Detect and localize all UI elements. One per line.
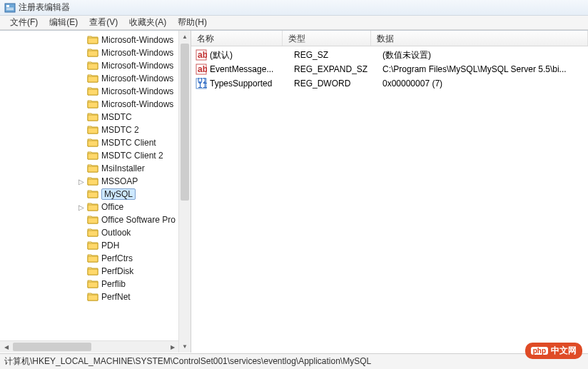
- tree-item-label: Perflib: [101, 279, 126, 289]
- svg-text:110: 110: [198, 80, 207, 89]
- list-row[interactable]: abEventMessage...REG_EXPAND_SZC:\Program…: [191, 62, 588, 76]
- tree-item[interactable]: MSDTC: [0, 111, 191, 123]
- titlebar: 注册表编辑器: [0, 0, 588, 16]
- tree-item[interactable]: PerfDisk: [0, 265, 191, 278]
- folder-icon: [87, 176, 98, 186]
- cell-name: TypesSupported: [210, 79, 294, 89]
- folder-icon: [87, 86, 98, 96]
- list-pane: 名称 类型 数据 ab(默认)REG_SZ(数值未设置)abEventMessa…: [191, 31, 588, 353]
- scroll-thumb[interactable]: [181, 44, 189, 201]
- menu-edit[interactable]: 编辑(E): [44, 15, 83, 30]
- expander-icon[interactable]: ▷: [77, 203, 86, 211]
- expander-icon[interactable]: ▷: [77, 178, 86, 186]
- tree-item[interactable]: ▷Office: [0, 201, 191, 213]
- window-title: 注册表编辑器: [19, 1, 70, 14]
- content-area: Microsoft-WindowsMicrosoft-WindowsMicros…: [0, 30, 588, 353]
- list-header: 名称 类型 数据: [191, 31, 588, 46]
- tree-item-label: MSDTC Client: [101, 138, 156, 148]
- cell-type: REG_SZ: [294, 50, 382, 60]
- svg-rect-3: [6, 9, 14, 10]
- list-row[interactable]: ab(默认)REG_SZ(数值未设置): [191, 48, 588, 62]
- tree-item[interactable]: MySQL: [0, 188, 191, 201]
- tree-item[interactable]: ▷MSSOAP: [0, 175, 191, 188]
- tree-item[interactable]: MsiInstaller: [0, 162, 191, 175]
- watermark: php 中文网: [525, 343, 582, 359]
- tree-item-label: Office Software Pro: [101, 215, 176, 225]
- tree-item-label: MsiInstaller: [101, 163, 145, 173]
- tree-item-label: Microsoft-Windows: [101, 86, 173, 96]
- svg-rect-2: [6, 8, 14, 9]
- binary-value-icon: 011110: [196, 78, 207, 89]
- watermark-badge: php: [531, 347, 548, 355]
- tree-item[interactable]: PerfNet: [0, 290, 191, 303]
- list-row[interactable]: 011110TypesSupportedREG_DWORD0x00000007 …: [191, 76, 588, 91]
- cell-name: (默认): [210, 49, 294, 61]
- folder-icon: [87, 202, 98, 212]
- regedit-icon: [4, 2, 16, 14]
- folder-icon: [87, 279, 98, 289]
- tree-item[interactable]: MSDTC Client: [0, 136, 191, 149]
- tree-item-label: Office: [101, 202, 123, 212]
- folder-icon: [87, 48, 98, 58]
- menu-favorites[interactable]: 收藏夹(A): [123, 15, 172, 30]
- tree-item-label: Outlook: [101, 228, 131, 238]
- tree-item[interactable]: Microsoft-Windows: [0, 34, 191, 46]
- tree-item[interactable]: Microsoft-Windows: [0, 85, 191, 98]
- tree-item-label: MSSOAP: [101, 176, 138, 186]
- menubar: 文件(F) 编辑(E) 查看(V) 收藏夹(A) 帮助(H): [0, 16, 588, 30]
- folder-icon: [87, 163, 98, 173]
- tree-item-label: Microsoft-Windows: [101, 99, 173, 109]
- tree-item[interactable]: MSDTC 2: [0, 123, 191, 136]
- folder-icon: [87, 112, 98, 122]
- tree-item-label: Microsoft-Windows: [101, 35, 173, 45]
- folder-icon: [87, 241, 98, 251]
- tree-item[interactable]: Microsoft-Windows: [0, 59, 191, 72]
- column-data[interactable]: 数据: [371, 31, 588, 46]
- tree-item-label: Microsoft-Windows: [101, 74, 173, 84]
- tree-item[interactable]: MSDTC Client 2: [0, 149, 191, 162]
- scroll-down-icon[interactable]: ▼: [179, 340, 191, 353]
- tree-item[interactable]: Outlook: [0, 226, 191, 239]
- folder-icon: [87, 215, 98, 225]
- menu-help[interactable]: 帮助(H): [172, 15, 213, 30]
- svg-text:ab: ab: [198, 50, 207, 60]
- folder-icon: [87, 125, 98, 135]
- scroll-left-icon[interactable]: ◀: [0, 341, 12, 353]
- tree-item[interactable]: Perflib: [0, 278, 191, 290]
- cell-data: C:\Program Files\MySQL\MySQL Server 5.5\…: [382, 64, 588, 74]
- tree-item-label: MySQL: [101, 188, 136, 200]
- tree-scrollbar-vertical[interactable]: ▲ ▼: [178, 31, 191, 353]
- svg-rect-1: [6, 5, 9, 7]
- tree-item-label: PerfNet: [101, 292, 131, 302]
- tree-scrollbar-horizontal[interactable]: ◀ ▶: [0, 340, 178, 353]
- scroll-thumb[interactable]: [13, 343, 91, 351]
- tree-item-label: Microsoft-Windows: [101, 61, 173, 71]
- column-name[interactable]: 名称: [191, 31, 283, 46]
- string-value-icon: ab: [196, 64, 207, 75]
- tree-item-label: Microsoft-Windows: [101, 48, 173, 58]
- folder-icon: [87, 61, 98, 71]
- folder-icon: [87, 35, 98, 45]
- menu-file[interactable]: 文件(F): [4, 15, 44, 30]
- folder-icon: [87, 138, 98, 148]
- scroll-right-icon[interactable]: ▶: [166, 341, 178, 353]
- folder-icon: [87, 99, 98, 109]
- menu-view[interactable]: 查看(V): [83, 15, 123, 30]
- cell-data: 0x00000007 (7): [382, 79, 588, 89]
- tree-item-label: PerfCtrs: [101, 253, 133, 263]
- tree-item[interactable]: PerfCtrs: [0, 252, 191, 265]
- cell-name: EventMessage...: [210, 64, 294, 74]
- tree-pane: Microsoft-WindowsMicrosoft-WindowsMicros…: [0, 31, 191, 353]
- scroll-up-icon[interactable]: ▲: [179, 31, 191, 43]
- folder-icon: [87, 266, 98, 276]
- tree-item[interactable]: Microsoft-Windows: [0, 72, 191, 85]
- tree-item-label: MSDTC Client 2: [101, 151, 163, 161]
- tree-item[interactable]: Microsoft-Windows: [0, 46, 191, 59]
- statusbar: 计算机\HKEY_LOCAL_MACHINE\SYSTEM\ControlSet…: [0, 353, 588, 369]
- tree-item[interactable]: Office Software Pro: [0, 213, 191, 226]
- statusbar-path: 计算机\HKEY_LOCAL_MACHINE\SYSTEM\ControlSet…: [4, 355, 371, 368]
- tree-item[interactable]: Microsoft-Windows: [0, 98, 191, 111]
- column-type[interactable]: 类型: [283, 31, 371, 46]
- folder-icon: [87, 292, 98, 302]
- tree-item[interactable]: PDH: [0, 239, 191, 252]
